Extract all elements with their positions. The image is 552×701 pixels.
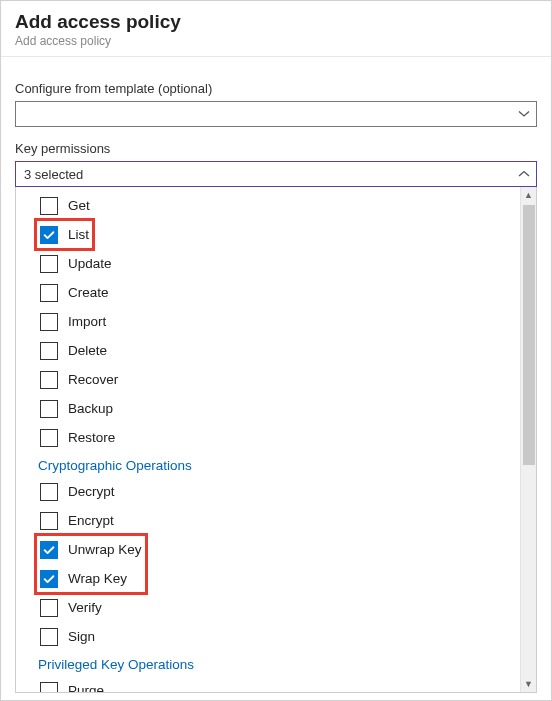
chevron-up-icon	[518, 168, 530, 180]
option-recover[interactable]: Recover	[16, 365, 520, 394]
option-sign[interactable]: Sign	[16, 622, 520, 651]
option-label: Wrap Key	[68, 571, 127, 586]
option-label: Verify	[68, 600, 102, 615]
option-encrypt[interactable]: Encrypt	[16, 506, 520, 535]
checkbox-import[interactable]	[40, 313, 58, 331]
option-label: Decrypt	[68, 484, 115, 499]
template-label: Configure from template (optional)	[15, 81, 537, 96]
option-label: Recover	[68, 372, 118, 387]
key-permissions-select[interactable]: 3 selected	[15, 161, 537, 187]
option-delete[interactable]: Delete	[16, 336, 520, 365]
option-label: List	[68, 227, 89, 242]
page-subtitle: Add access policy	[15, 34, 537, 48]
option-get[interactable]: Get	[16, 191, 520, 220]
checkbox-get[interactable]	[40, 197, 58, 215]
scrollbar[interactable]: ▲ ▼	[520, 187, 536, 692]
option-label: Create	[68, 285, 109, 300]
scroll-down-icon[interactable]: ▼	[521, 676, 536, 692]
section-title-priv: Privileged Key Operations	[16, 651, 520, 676]
checkbox-delete[interactable]	[40, 342, 58, 360]
checkbox-recover[interactable]	[40, 371, 58, 389]
chevron-down-icon	[518, 108, 530, 120]
checkbox-encrypt[interactable]	[40, 512, 58, 530]
checkbox-restore[interactable]	[40, 429, 58, 447]
option-import[interactable]: Import	[16, 307, 520, 336]
scroll-up-icon[interactable]: ▲	[521, 187, 536, 203]
option-label: Get	[68, 198, 90, 213]
page-header: Add access policy Add access policy	[1, 1, 551, 57]
checkbox-create[interactable]	[40, 284, 58, 302]
option-update[interactable]: Update	[16, 249, 520, 278]
option-label: Update	[68, 256, 112, 271]
option-label: Unwrap Key	[68, 542, 142, 557]
option-label: Purge	[68, 683, 104, 692]
checkbox-purge[interactable]	[40, 682, 58, 693]
section-title-crypto: Cryptographic Operations	[16, 452, 520, 477]
page-title: Add access policy	[15, 11, 537, 33]
option-purge[interactable]: Purge	[16, 676, 520, 692]
option-list[interactable]: List	[16, 220, 520, 249]
option-label: Restore	[68, 430, 115, 445]
option-create[interactable]: Create	[16, 278, 520, 307]
checkbox-unwrapkey[interactable]	[40, 541, 58, 559]
key-permissions-summary: 3 selected	[24, 167, 83, 182]
option-label: Sign	[68, 629, 95, 644]
checkbox-wrapkey[interactable]	[40, 570, 58, 588]
option-label: Encrypt	[68, 513, 114, 528]
checkbox-verify[interactable]	[40, 599, 58, 617]
option-restore[interactable]: Restore	[16, 423, 520, 452]
options-list: GetListUpdateCreateImportDeleteRecoverBa…	[16, 187, 520, 692]
option-backup[interactable]: Backup	[16, 394, 520, 423]
option-verify[interactable]: Verify	[16, 593, 520, 622]
checkbox-list[interactable]	[40, 226, 58, 244]
option-wrapkey[interactable]: Wrap Key	[16, 564, 520, 593]
option-unwrapkey[interactable]: Unwrap Key	[16, 535, 520, 564]
option-label: Backup	[68, 401, 113, 416]
key-permissions-label: Key permissions	[15, 141, 537, 156]
checkbox-update[interactable]	[40, 255, 58, 273]
checkbox-sign[interactable]	[40, 628, 58, 646]
checkbox-decrypt[interactable]	[40, 483, 58, 501]
scroll-thumb[interactable]	[523, 205, 535, 465]
option-label: Import	[68, 314, 106, 329]
option-label: Delete	[68, 343, 107, 358]
option-decrypt[interactable]: Decrypt	[16, 477, 520, 506]
key-permissions-dropdown: GetListUpdateCreateImportDeleteRecoverBa…	[15, 187, 537, 693]
checkbox-backup[interactable]	[40, 400, 58, 418]
template-select[interactable]	[15, 101, 537, 127]
